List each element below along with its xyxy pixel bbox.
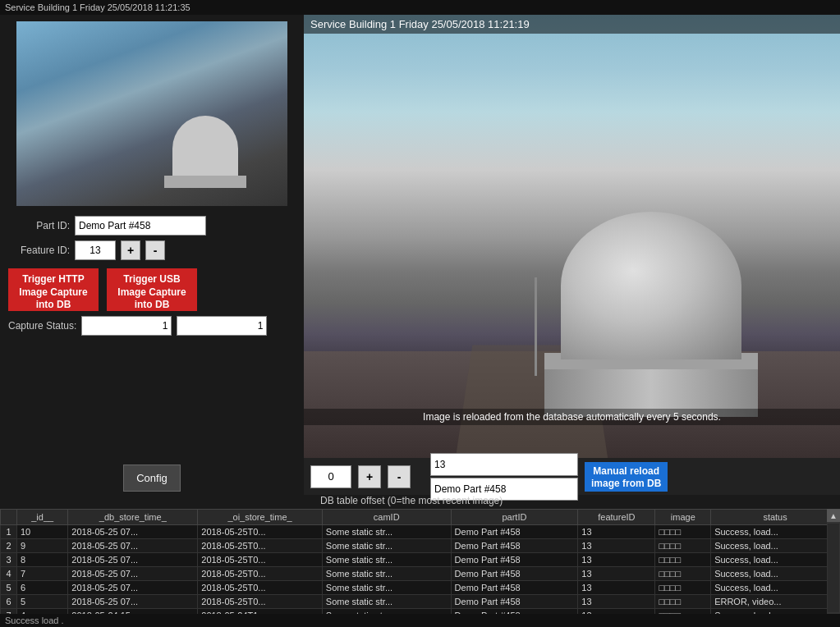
scroll-up-arrow[interactable]: ▲ — [827, 509, 840, 522]
table-cell: Demo Part #458 — [451, 553, 578, 567]
table-row: 292018-05-25 07...2018-05-25T0...Some st… — [1, 539, 840, 553]
dome-thumb — [172, 116, 238, 181]
col-image: image — [655, 510, 711, 525]
main-image: Image is reloaded from the database auto… — [304, 15, 840, 458]
table-cell: 2018-05-25 07... — [68, 553, 198, 567]
row-num-cell: 4 — [1, 567, 17, 581]
col-rownum — [1, 510, 17, 525]
table-cell: 13 — [578, 539, 655, 553]
offset-minus-button[interactable]: - — [388, 465, 411, 488]
scrollbar-right: ▲ ▼ — [827, 509, 840, 627]
table-cell: 2018-05-25 07... — [68, 539, 198, 553]
db-info-stack — [430, 453, 578, 501]
col-db-store: _db_store_time_ — [68, 510, 198, 525]
db-info-id-input[interactable] — [430, 453, 578, 476]
table-cell: 2018-05-25T0... — [198, 539, 323, 553]
table-cell: 2018-05-25T0... — [198, 525, 323, 539]
table-cell: □□□□ — [655, 595, 711, 609]
table-cell: 8 — [17, 553, 68, 567]
table-cell: 7 — [17, 567, 68, 581]
col-partid: partID — [451, 510, 578, 525]
part-id-row: Part ID: — [8, 216, 296, 236]
table-cell: Demo Part #458 — [451, 567, 578, 581]
table-cell: 2018-05-25T0... — [198, 581, 323, 595]
table-cell: 9 — [17, 539, 68, 553]
data-table-container: _id__ _db_store_time_ _oi_store_time_ ca… — [0, 509, 840, 627]
table-cell: Some static str... — [322, 567, 451, 581]
table-cell: 2018-05-25T0... — [198, 553, 323, 567]
capture-status-label: Capture Status: — [8, 320, 76, 332]
feature-id-input[interactable] — [75, 240, 116, 260]
title-bar-text: Service Building 1 Friday 25/05/2018 11:… — [5, 2, 190, 12]
scroll-track — [828, 524, 839, 612]
table-cell: Demo Part #458 — [451, 525, 578, 539]
col-camid: camID — [322, 510, 451, 525]
table-cell: Success, load... — [711, 567, 840, 581]
feature-id-plus-button[interactable]: + — [121, 240, 140, 260]
table-header-row: _id__ _db_store_time_ _oi_store_time_ ca… — [1, 510, 840, 525]
table-cell: □□□□ — [655, 539, 711, 553]
capture-status-row: Capture Status: — [8, 316, 296, 336]
trigger-http-button[interactable]: Trigger HTTP Image Capture into DB — [8, 268, 99, 311]
table-cell: 5 — [17, 595, 68, 609]
table-cell: Success, load... — [711, 525, 840, 539]
table-cell: Some static str... — [322, 595, 451, 609]
feature-id-label: Feature ID: — [8, 245, 70, 256]
status-bar: Success load . — [0, 614, 840, 627]
row-num-cell: 1 — [1, 525, 17, 539]
offset-input[interactable] — [310, 465, 351, 488]
db-offset-label: DB table offset (0=the most recent image… — [320, 495, 503, 506]
table-cell: □□□□ — [655, 525, 711, 539]
thumbnail-image — [16, 21, 287, 206]
col-id: _id__ — [17, 510, 68, 525]
feature-id-row: Feature ID: + - — [8, 240, 296, 260]
part-id-input[interactable] — [75, 216, 206, 236]
col-status: status — [711, 510, 840, 525]
table-cell: Demo Part #458 — [451, 581, 578, 595]
feature-id-minus-button[interactable]: - — [145, 240, 165, 260]
config-button[interactable]: Config — [123, 465, 181, 492]
table-cell: ERROR, video... — [711, 595, 840, 609]
table-cell: 13 — [578, 581, 655, 595]
table-cell: Some static str... — [322, 581, 451, 595]
trigger-usb-button[interactable]: Trigger USB Image Capture into DB — [107, 268, 197, 311]
table-cell: 2018-05-25 07... — [68, 581, 198, 595]
capture-status-usb-input[interactable] — [177, 316, 267, 336]
table-cell: □□□□ — [655, 567, 711, 581]
table-cell: 2018-05-25T0... — [198, 595, 323, 609]
table-cell: 2018-05-25 07... — [68, 525, 198, 539]
table-row: 472018-05-25 07...2018-05-25T0...Some st… — [1, 567, 840, 581]
row-num-cell: 3 — [1, 553, 17, 567]
table-cell: Success, load... — [711, 553, 840, 567]
col-oi-store: _oi_store_time_ — [198, 510, 323, 525]
status-text: Success load . — [5, 616, 64, 625]
table-cell: 6 — [17, 581, 68, 595]
table-cell: 13 — [578, 553, 655, 567]
dome-thumb-base — [164, 176, 246, 188]
table-body: 1102018-05-25 07...2018-05-25T0...Some s… — [1, 525, 840, 628]
table-row: 1102018-05-25 07...2018-05-25T0...Some s… — [1, 525, 840, 539]
table-cell: 2018-05-25 07... — [68, 567, 198, 581]
part-id-label: Part ID: — [8, 220, 70, 231]
row-num-cell: 2 — [1, 539, 17, 553]
main-title: Service Building 1 Friday 25/05/2018 11:… — [304, 15, 840, 34]
table-row: 382018-05-25 07...2018-05-25T0...Some st… — [1, 553, 840, 567]
table-row: 562018-05-25 07...2018-05-25T0...Some st… — [1, 581, 840, 595]
capture-status-http-input[interactable] — [81, 316, 172, 336]
table-cell: 10 — [17, 525, 68, 539]
offset-plus-button[interactable]: + — [358, 465, 381, 488]
table-cell: Demo Part #458 — [451, 595, 578, 609]
table-cell: □□□□ — [655, 553, 711, 567]
image-controls: + - Manual reload image from DB — [304, 458, 840, 495]
manual-reload-button[interactable]: Manual reload image from DB — [585, 462, 668, 492]
table-cell: Some static str... — [322, 539, 451, 553]
table-row: 652018-05-25 07...2018-05-25T0...Some st… — [1, 595, 840, 609]
table-cell: 13 — [578, 567, 655, 581]
title-bar: Service Building 1 Friday 25/05/2018 11:… — [0, 0, 840, 15]
table-cell: 2018-05-25T0... — [198, 567, 323, 581]
dome-main — [561, 212, 741, 359]
col-featureid: featureID — [578, 510, 655, 525]
table-cell: Demo Part #458 — [451, 539, 578, 553]
row-num-cell: 6 — [1, 595, 17, 609]
table-cell: Success, load... — [711, 581, 840, 595]
